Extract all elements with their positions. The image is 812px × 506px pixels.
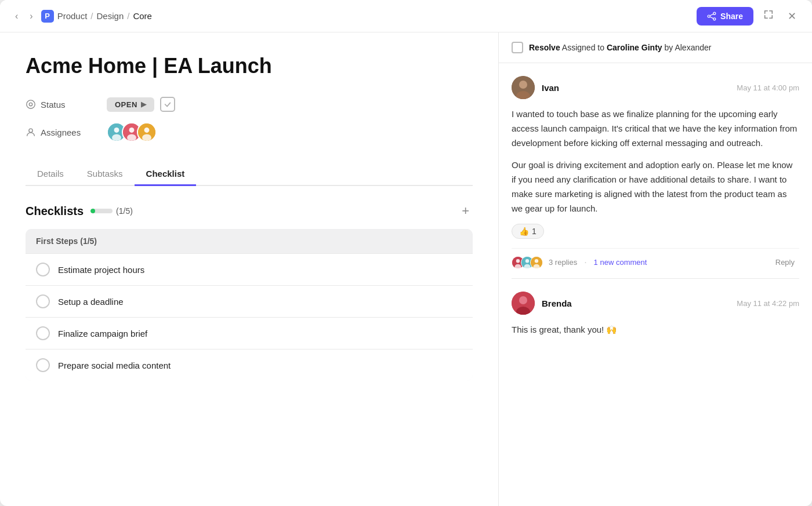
- checklist-check-1[interactable]: [36, 263, 50, 276]
- checklist-item[interactable]: Estimate project hours: [26, 253, 473, 285]
- comment-time-brenda: May 11 at 4:22 pm: [737, 299, 799, 308]
- brenda-avatar-svg: [512, 292, 535, 315]
- status-arrow-icon: ▶: [141, 100, 147, 108]
- tab-details[interactable]: Details: [26, 163, 75, 186]
- checklist-check-2[interactable]: [36, 294, 50, 308]
- check-icon: [164, 100, 172, 108]
- checklists-title: Checklists: [26, 205, 84, 218]
- svg-point-5: [27, 100, 35, 108]
- svg-point-6: [29, 103, 32, 105]
- checklist-group-header: First Steps (1/5): [26, 229, 473, 253]
- status-check[interactable]: [160, 97, 175, 112]
- svg-point-0: [713, 12, 716, 14]
- comment-footer-ivan: 3 replies · 1 new comment Reply: [512, 248, 799, 278]
- checklist-item[interactable]: Prepare social media content: [26, 349, 473, 381]
- resolve-text: Resolve Assigned to Caroline Ginty by Al…: [529, 43, 711, 52]
- comment-name-brenda: Brenda: [542, 298, 572, 308]
- assignees-list[interactable]: [107, 122, 152, 142]
- svg-point-12: [129, 128, 135, 133]
- expand-button[interactable]: [759, 7, 778, 25]
- product-icon: P: [41, 10, 54, 23]
- assignees-icon: [26, 127, 36, 137]
- reply-button[interactable]: Reply: [771, 256, 799, 269]
- task-title: Acme Home | EA Launch: [26, 53, 473, 78]
- comment-body-brenda: This is great, thank you! 🙌: [512, 323, 799, 337]
- status-badge[interactable]: OPEN ▶: [107, 97, 154, 112]
- comment-body-ivan: I wanted to touch base as we finalize pl…: [512, 107, 799, 216]
- svg-point-21: [516, 259, 520, 263]
- reply-av-3-img: [531, 256, 542, 269]
- checklists-title-area: Checklists (1/5): [26, 205, 133, 218]
- progress-bar-bg: [90, 209, 113, 213]
- svg-point-1: [713, 17, 716, 20]
- checklist-check-4[interactable]: [36, 358, 50, 372]
- close-button[interactable]: ✕: [784, 8, 800, 25]
- checklist-item-text-4: Prepare social media content: [58, 361, 171, 370]
- add-checklist-button[interactable]: +: [458, 202, 473, 220]
- reaction-area: 👍 1: [512, 224, 799, 248]
- progress-bar-fill: [90, 209, 95, 213]
- svg-point-27: [535, 259, 538, 263]
- breadcrumb-design[interactable]: Design: [97, 11, 124, 21]
- svg-point-18: [519, 81, 527, 89]
- checklist-item[interactable]: Finalize campaign brief: [26, 317, 473, 349]
- checklist-item[interactable]: Setup a deadline: [26, 285, 473, 317]
- dot-sep: ·: [584, 257, 586, 268]
- svg-point-13: [127, 134, 136, 141]
- expand-icon: [763, 9, 774, 20]
- svg-point-30: [519, 296, 527, 304]
- comment-ivan: Ivan May 11 at 4:00 pm I wanted to touch…: [499, 63, 812, 278]
- replies-count: 3 replies: [549, 258, 577, 267]
- breadcrumb-product[interactable]: Product: [57, 11, 88, 21]
- left-panel: Acme Home | EA Launch Status OPEN ▶: [0, 32, 499, 506]
- avatar-3[interactable]: [137, 122, 157, 142]
- resolve-bar: Resolve Assigned to Caroline Ginty by Al…: [499, 32, 812, 63]
- breadcrumb-sep-1: /: [90, 11, 93, 21]
- progress-bar-wrap: (1/5): [90, 206, 133, 216]
- breadcrumb-core[interactable]: Core: [133, 11, 152, 21]
- checklists-header: Checklists (1/5) +: [26, 202, 473, 220]
- body: Acme Home | EA Launch Status OPEN ▶: [0, 32, 812, 506]
- svg-point-10: [112, 134, 121, 141]
- back-button[interactable]: ‹: [12, 9, 21, 24]
- svg-point-15: [144, 128, 150, 133]
- new-comment-link[interactable]: 1 new comment: [594, 258, 647, 267]
- forward-button[interactable]: ›: [26, 9, 36, 24]
- ivan-avatar-svg: [512, 76, 535, 99]
- header-left: ‹ › P Product / Design / Core: [12, 9, 152, 24]
- comment-time-ivan: May 11 at 4:00 pm: [737, 83, 799, 92]
- header: ‹ › P Product / Design / Core Shar: [0, 0, 812, 32]
- checklist-check-3[interactable]: [36, 326, 50, 340]
- share-button[interactable]: Share: [697, 7, 753, 26]
- svg-point-9: [114, 128, 119, 133]
- breadcrumb: P Product / Design / Core: [41, 10, 152, 23]
- tab-checklist[interactable]: Checklist: [135, 163, 197, 186]
- svg-line-3: [710, 14, 713, 16]
- checklist-item-text-1: Estimate project hours: [58, 265, 144, 275]
- svg-point-24: [525, 259, 529, 263]
- reaction-thumbsup[interactable]: 👍 1: [512, 224, 544, 239]
- assignees-row: Assignees: [26, 122, 473, 142]
- checklist-item-text-2: Setup a deadline: [58, 297, 124, 307]
- svg-point-7: [29, 129, 32, 132]
- avatar-ivan: [512, 76, 535, 99]
- tab-subtasks[interactable]: Subtasks: [75, 163, 135, 186]
- task-tabs: Details Subtasks Checklist: [26, 163, 473, 186]
- svg-line-4: [710, 16, 713, 18]
- avatar-3-img: [138, 122, 155, 142]
- breadcrumb-sep-2: /: [127, 11, 129, 21]
- assignees-label: Assignees: [26, 127, 107, 137]
- comment-header-brenda: Brenda May 11 at 4:22 pm: [512, 292, 799, 315]
- avatar-brenda-img: [512, 292, 535, 315]
- progress-label: (1/5): [116, 206, 133, 216]
- svg-point-2: [708, 15, 710, 17]
- comment-brenda: Brenda May 11 at 4:22 pm This is great, …: [499, 279, 812, 337]
- comment-name-ivan: Ivan: [542, 83, 559, 93]
- checklist-item-text-3: Finalize campaign brief: [58, 329, 147, 338]
- status-icon: [26, 99, 36, 110]
- reply-avatars: [512, 256, 539, 269]
- status-label: Status: [26, 99, 107, 110]
- resolve-checkbox[interactable]: [512, 42, 523, 53]
- comment-header-ivan: Ivan May 11 at 4:00 pm: [512, 76, 799, 99]
- comment-user-ivan: Ivan: [512, 76, 559, 99]
